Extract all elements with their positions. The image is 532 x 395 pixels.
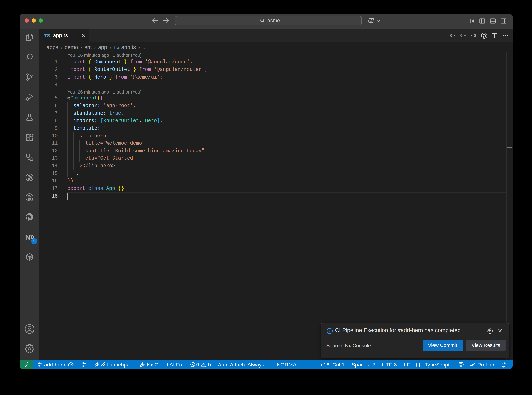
svg-text:N: N <box>25 233 30 241</box>
